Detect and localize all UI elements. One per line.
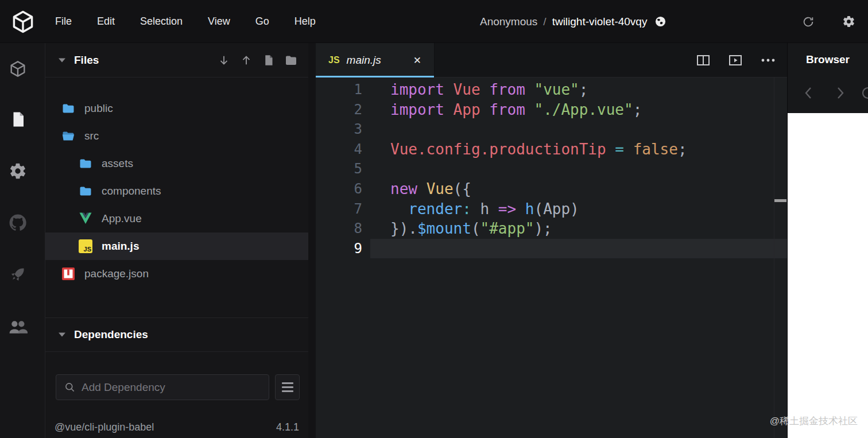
sandbox-cube-icon[interactable]: [8, 59, 28, 79]
line-number: 8: [316, 219, 370, 239]
line-number: 9: [316, 239, 370, 259]
code-line: new Vue({: [370, 179, 787, 199]
live-collaboration-icon[interactable]: [8, 317, 28, 337]
panel-resize-handle[interactable]: [308, 43, 316, 438]
code-line: render: h => h(App): [370, 199, 787, 219]
line-number: 3: [316, 119, 370, 139]
deployment-rocket-icon[interactable]: [8, 265, 28, 284]
code-line: import Vue from "vue";: [370, 80, 787, 100]
folder-icon: [79, 184, 92, 198]
menu-item-help[interactable]: Help: [294, 15, 316, 28]
scrollbar-track: [774, 77, 774, 438]
dependency-version: 4.1.1: [276, 421, 299, 433]
export-download-icon[interactable]: [218, 53, 230, 67]
file-explorer-icon[interactable]: [8, 110, 28, 129]
new-folder-icon[interactable]: [284, 53, 298, 67]
add-dependency-input[interactable]: [82, 381, 254, 394]
project-name[interactable]: twilight-violet-40vqy: [552, 15, 648, 28]
back-icon[interactable]: [803, 86, 815, 100]
breadcrumb-separator: /: [543, 15, 546, 28]
refresh-icon[interactable]: [802, 15, 815, 28]
file-label: components: [102, 185, 161, 197]
code-line: [370, 159, 787, 179]
split-view-icon[interactable]: [696, 55, 710, 66]
tree-item-assets[interactable]: assets: [45, 150, 308, 177]
code-line: import App from "./App.vue";: [370, 100, 787, 120]
menu-bar: FileEditSelectionViewGoHelp: [55, 0, 316, 43]
github-icon[interactable]: [8, 213, 28, 232]
code-line: [370, 119, 787, 139]
dependency-name: @vue/cli-plugin-babel: [55, 421, 154, 433]
settings-icon[interactable]: [8, 161, 28, 181]
browser-pane: Browser @稀土掘金技术社区: [787, 43, 868, 438]
file-label: main.js: [102, 240, 139, 253]
settings-gear-icon[interactable]: [842, 15, 855, 28]
scrollbar-thumb[interactable]: [774, 199, 786, 202]
dependencies-collapse-caret-icon[interactable]: [58, 332, 66, 338]
npm-file-icon: [61, 267, 75, 281]
file-label: public: [84, 102, 113, 115]
globe-privacy-icon: [655, 16, 666, 27]
vue-icon: [79, 212, 92, 226]
code-editor[interactable]: 123456789 import Vue from "vue";import A…: [316, 77, 787, 438]
dependencies-header: Dependencies: [45, 317, 308, 352]
tree-item-package-json[interactable]: package.json: [45, 260, 308, 288]
open-preview-icon[interactable]: [728, 55, 742, 66]
js-file-type-icon: JS: [328, 55, 340, 65]
tree-item-components[interactable]: components: [45, 177, 308, 205]
browser-tab-label[interactable]: Browser: [788, 53, 868, 66]
folder-open-icon: [61, 129, 75, 143]
browser-refresh-icon[interactable]: [861, 86, 868, 100]
file-label: package.json: [84, 268, 149, 280]
dependency-list: @vue/cli-plugin-babel4.1.1: [45, 416, 308, 438]
activity-rail: [0, 43, 45, 438]
tree-item-app-vue[interactable]: App.vue: [45, 205, 308, 232]
tree-item-public[interactable]: public: [45, 95, 308, 122]
browser-content: @稀土掘金技术社区: [788, 113, 868, 438]
dependency-row[interactable]: @vue/cli-plugin-babel4.1.1: [45, 416, 308, 438]
tab-main-js[interactable]: JS main.js ✕: [316, 43, 435, 77]
tree-item-src[interactable]: src: [45, 122, 308, 150]
forward-icon[interactable]: [834, 86, 846, 100]
user-name: Anonymous: [480, 15, 537, 28]
menu-item-file[interactable]: File: [55, 15, 72, 28]
more-options-icon[interactable]: [761, 58, 776, 63]
files-header: Files: [45, 43, 308, 77]
file-tree: publicsrcassetscomponentsApp.vueJSmain.j…: [45, 77, 308, 288]
tree-item-main-js[interactable]: JSmain.js: [45, 232, 308, 260]
file-label: src: [84, 130, 99, 142]
editor-actions: [696, 43, 787, 77]
new-file-icon[interactable]: [262, 53, 274, 67]
line-number-gutter: 123456789: [316, 80, 370, 258]
dependencies-title: Dependencies: [74, 328, 148, 341]
dependency-controls: [45, 374, 308, 400]
line-number: 7: [316, 199, 370, 219]
upload-icon[interactable]: [240, 53, 253, 67]
tab-label: main.js: [347, 54, 381, 67]
line-number: 5: [316, 159, 370, 179]
folder-icon: [79, 157, 92, 170]
browser-nav: [788, 83, 868, 106]
search-icon: [64, 382, 76, 393]
editor-pane: JS main.js ✕ 123456789 import Vue from "…: [316, 43, 787, 438]
vue-file-icon: [79, 212, 92, 224]
menu-item-selection[interactable]: Selection: [140, 15, 183, 28]
menu-item-go[interactable]: Go: [255, 15, 269, 28]
codesandbox-logo-icon[interactable]: [9, 8, 37, 36]
files-collapse-caret-icon[interactable]: [58, 57, 66, 63]
topbar-actions: [802, 0, 855, 43]
dependency-menu-button[interactable]: [275, 374, 300, 400]
add-dependency-search[interactable]: [56, 374, 269, 400]
folder-icon: [79, 184, 92, 198]
code-line: [370, 239, 787, 259]
line-number: 1: [316, 80, 370, 100]
breadcrumb: Anonymous / twilight-violet-40vqy: [480, 0, 666, 43]
menu-item-view[interactable]: View: [208, 15, 230, 28]
file-label: assets: [102, 157, 133, 170]
topbar: FileEditSelectionViewGoHelp Anonymous / …: [0, 0, 868, 43]
menu-item-edit[interactable]: Edit: [97, 15, 115, 28]
js-file-icon: JS: [79, 239, 92, 253]
files-actions: [218, 53, 308, 67]
close-tab-icon[interactable]: ✕: [413, 55, 421, 67]
line-number: 4: [316, 139, 370, 160]
